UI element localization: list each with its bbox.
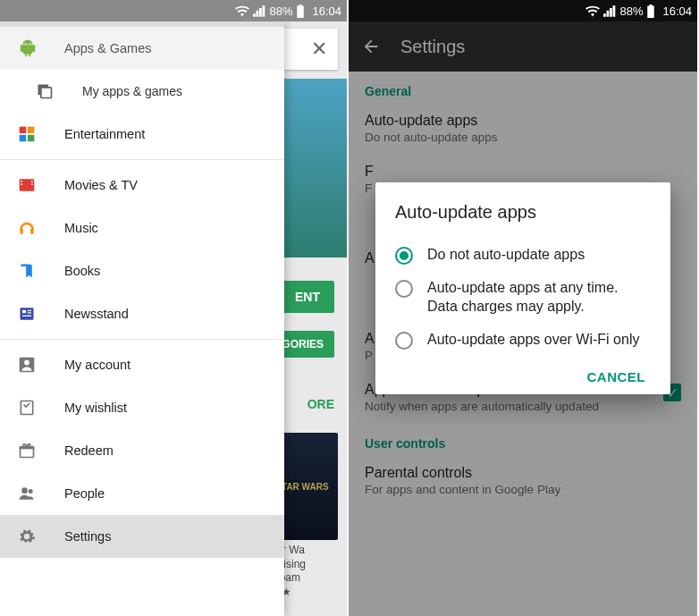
svg-rect-1 — [41, 88, 52, 98]
drawer-item-entertainment[interactable]: Entertainment — [0, 113, 284, 156]
svg-rect-9 — [31, 181, 33, 182]
screenshot-right: 88% 16:04 Settings General Auto-update a… — [349, 0, 697, 616]
svg-rect-22 — [20, 446, 35, 449]
battery-pct: 88% — [269, 4, 292, 18]
svg-rect-11 — [21, 229, 23, 234]
svg-rect-15 — [28, 310, 31, 311]
svg-point-19 — [24, 360, 29, 366]
drawer-item-music[interactable]: Music — [0, 207, 284, 249]
drawer-item-my-wishlist[interactable]: My wishlist — [0, 386, 284, 429]
radio-unselected-icon[interactable] — [395, 332, 413, 350]
apps-icon — [36, 82, 54, 100]
svg-rect-13 — [21, 308, 34, 319]
battery-pct: 88% — [619, 4, 643, 18]
svg-point-23 — [21, 487, 28, 494]
drawer-item-newsstand[interactable]: Newsstand — [0, 292, 284, 335]
clock: 16:04 — [662, 4, 692, 18]
clock: 16:04 — [312, 4, 341, 18]
drawer-label: Settings — [64, 529, 111, 544]
drawer-item-movies[interactable]: Movies & TV — [0, 164, 284, 207]
svg-rect-14 — [22, 310, 26, 313]
svg-rect-7 — [21, 181, 22, 182]
status-bar: 88% 16:04 — [349, 0, 697, 21]
drawer-item-redeem[interactable]: Redeem — [0, 429, 284, 472]
svg-rect-5 — [28, 135, 35, 142]
cell-signal-icon — [603, 5, 616, 17]
people-icon — [18, 485, 36, 502]
more-link-partial[interactable]: ORE — [307, 397, 334, 411]
cell-signal-icon — [253, 5, 265, 17]
install-button-partial[interactable]: ENT — [281, 281, 334, 313]
screenshot-left: 88% 16:04 ✕ ENT TEGORIES ORE STAR WARS S… — [0, 0, 349, 616]
svg-rect-3 — [28, 127, 35, 134]
gear-icon — [18, 527, 36, 545]
radio-label: Auto-update apps over Wi-Fi only — [427, 331, 639, 350]
radio-selected-icon[interactable] — [395, 247, 413, 265]
account-icon — [18, 356, 36, 374]
dialog-title: Auto-update apps — [395, 202, 651, 223]
drawer-label: My account — [64, 358, 131, 372]
drawer-label: People — [64, 486, 105, 501]
wifi-icon — [235, 5, 249, 17]
svg-rect-20 — [21, 401, 32, 415]
status-bar: 88% 16:04 — [0, 0, 347, 21]
navigation-drawer: Apps & Games My apps & games Entertainme… — [0, 21, 284, 616]
drawer-item-my-apps[interactable]: My apps & games — [0, 70, 284, 113]
svg-rect-8 — [21, 183, 22, 185]
drawer-header-label: Apps & Games — [64, 41, 152, 55]
drawer-label: Music — [64, 221, 98, 235]
newsstand-icon — [18, 305, 36, 323]
svg-rect-12 — [30, 229, 33, 234]
tiles-icon — [18, 125, 36, 143]
drawer-item-settings[interactable]: Settings — [0, 515, 284, 558]
drawer-item-books[interactable]: Books — [0, 249, 284, 292]
drawer-label: Redeem — [64, 443, 114, 458]
radio-option-any-time[interactable]: Auto-update apps at any time. Data charg… — [395, 272, 651, 324]
android-icon — [18, 38, 38, 58]
radio-option-wifi-only[interactable]: Auto-update apps over Wi-Fi only — [395, 324, 651, 357]
books-icon — [18, 262, 36, 280]
radio-label: Do not auto-update apps — [427, 246, 585, 265]
drawer-item-people[interactable]: People — [0, 472, 284, 515]
svg-rect-17 — [22, 316, 31, 316]
drawer-item-my-account[interactable]: My account — [0, 343, 284, 386]
movies-icon — [18, 176, 36, 194]
music-icon — [18, 219, 36, 237]
svg-rect-4 — [20, 135, 27, 142]
svg-rect-16 — [28, 312, 31, 313]
wishlist-icon — [18, 399, 36, 417]
drawer-header-apps-games[interactable]: Apps & Games — [0, 27, 284, 70]
wifi-icon — [585, 5, 600, 17]
dialog-auto-update: Auto-update apps Do not auto-update apps… — [375, 182, 670, 394]
close-icon[interactable]: ✕ — [311, 38, 327, 61]
battery-icon — [296, 4, 305, 18]
drawer-label: My wishlist — [64, 401, 127, 415]
drawer-label: My apps & games — [82, 84, 182, 98]
drawer-label: Books — [64, 264, 100, 278]
radio-option-do-not-update[interactable]: Do not auto-update apps — [395, 239, 651, 272]
drawer-label: Newsstand — [64, 307, 129, 321]
radio-label: Auto-update apps at any time. Data charg… — [427, 279, 651, 316]
radio-unselected-icon[interactable] — [395, 280, 413, 298]
drawer-label: Entertainment — [64, 127, 145, 141]
cancel-button[interactable]: CANCEL — [582, 362, 652, 392]
svg-rect-10 — [31, 183, 33, 185]
svg-point-24 — [29, 489, 33, 494]
svg-rect-2 — [20, 127, 27, 134]
redeem-icon — [18, 442, 36, 460]
drawer-label: Movies & TV — [64, 178, 138, 192]
battery-icon — [646, 4, 655, 18]
